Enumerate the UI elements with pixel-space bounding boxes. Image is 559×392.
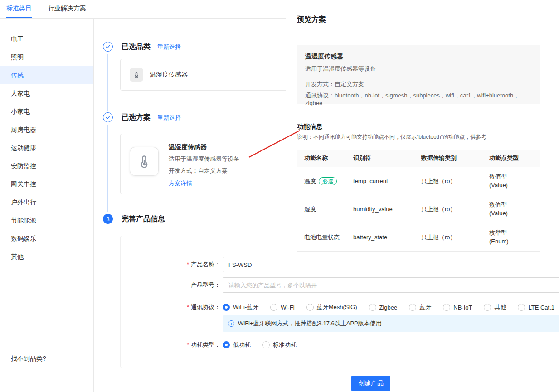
radio-label: 标准功耗 bbox=[273, 341, 297, 349]
radio-bluetooth[interactable]: 蓝牙 bbox=[409, 303, 431, 311]
sidebar-cant-find-category-link[interactable]: 找不到品类? bbox=[0, 349, 93, 368]
feature-type-en: (Value) bbox=[489, 181, 540, 189]
required-badge: 必选 bbox=[319, 177, 337, 185]
radio-wifi[interactable]: Wi-Fi bbox=[270, 304, 294, 311]
feature-id: humidity_value bbox=[346, 195, 414, 223]
step1-reselect-link[interactable]: 重新选择 bbox=[157, 44, 181, 51]
summary-protocols: 通讯协议：bluetooth，nb-iot，sigmesh，subpieces，… bbox=[305, 92, 531, 106]
radio-standard-power[interactable]: 标准功耗 bbox=[262, 341, 297, 349]
thermometer-icon bbox=[130, 147, 159, 176]
radio-dot-icon bbox=[306, 304, 314, 311]
summary-dev-mode: 开发方式：自定义方案 bbox=[305, 80, 531, 88]
radio-label: Wi-Fi bbox=[281, 304, 294, 311]
sidebar-item-outdoor-travel[interactable]: 户外出行 bbox=[0, 193, 93, 211]
step1-check-icon bbox=[103, 42, 113, 52]
radio-dot-icon bbox=[409, 304, 416, 311]
step-connector bbox=[107, 125, 108, 212]
radio-dot-icon bbox=[518, 304, 525, 311]
protocol-hint-text: WiFi+蓝牙联网方式，推荐搭配3.17.6以上APP版本使用 bbox=[238, 319, 382, 328]
feature-id: battery_state bbox=[346, 223, 414, 251]
radio-lte-cat1[interactable]: LTE Cat.1 bbox=[518, 304, 554, 311]
feature-name: 温度 bbox=[304, 178, 316, 184]
feature-type: 数值型 bbox=[489, 172, 540, 181]
col-transfer-type: 数据传输类别 bbox=[414, 150, 482, 167]
sidebar-item-sports-health[interactable]: 运动健康 bbox=[0, 139, 93, 157]
product-model-label: 产品型号： bbox=[121, 277, 220, 293]
radio-dot-icon bbox=[223, 304, 230, 311]
sidebar-item-security-monitoring[interactable]: 安防监控 bbox=[0, 157, 93, 175]
thermometer-icon bbox=[130, 68, 143, 82]
sidebar-item-kitchen-appliance[interactable]: 厨房电器 bbox=[0, 121, 93, 139]
radio-label: NB-IoT bbox=[453, 304, 472, 311]
table-row: 温度必选 temp_current 只上报（ro） 数值型(Value) bbox=[297, 167, 540, 195]
radio-label: LTE Cat.1 bbox=[528, 304, 554, 311]
scheme-name: 温湿度传感器 bbox=[169, 143, 239, 151]
protocol-hint-banner: WiFi+蓝牙联网方式，推荐搭配3.17.6以上APP版本使用 bbox=[223, 315, 559, 332]
radio-low-power[interactable]: 低功耗 bbox=[223, 341, 251, 349]
table-row: 电池电量状态 battery_state 只上报（ro） 枚举型(Enum) bbox=[297, 223, 540, 251]
preview-title: 预览方案 bbox=[297, 15, 326, 24]
product-name-label: 产品名称： bbox=[121, 256, 220, 273]
power-radio-group: 低功耗 标准功耗 bbox=[223, 337, 297, 353]
scheme-dev-mode: 开发方式：自定义方案 bbox=[169, 167, 239, 175]
radio-wifi-ble[interactable]: WiFi-蓝牙 bbox=[223, 303, 258, 311]
radio-dot-icon bbox=[369, 304, 376, 311]
product-model-input[interactable] bbox=[223, 277, 559, 293]
preview-divider bbox=[297, 34, 549, 34]
sidebar-item-digital-entertainment[interactable]: 数码娱乐 bbox=[0, 229, 93, 247]
create-product-button[interactable]: 创建产品 bbox=[351, 376, 390, 391]
protocol-label: 通讯协议： bbox=[121, 299, 220, 315]
product-info-form: 产品名称： 产品型号： 通讯协议： WiFi-蓝牙 Wi-Fi 蓝牙Mesh(S… bbox=[120, 236, 559, 368]
feature-name: 电池电量状态 bbox=[304, 234, 340, 241]
radio-dot-icon bbox=[484, 304, 491, 311]
selected-category-name: 温湿度传感器 bbox=[150, 71, 188, 79]
feature-type: 数值型 bbox=[489, 200, 540, 209]
scheme-details-link[interactable]: 方案详情 bbox=[169, 179, 192, 188]
scheme-summary-box: 温湿度传感器 适用于温湿度传感器等设备 开发方式：自定义方案 通讯协议：blue… bbox=[297, 45, 540, 104]
radio-nb-iot[interactable]: NB-IoT bbox=[443, 304, 472, 311]
feature-name: 湿度 bbox=[304, 206, 316, 213]
sidebar-item-others[interactable]: 其他 bbox=[0, 247, 93, 266]
sidebar-item-small-appliance[interactable]: 小家电 bbox=[0, 102, 93, 121]
scheme-card-text: 温湿度传感器 适用于温湿度传感器等设备 开发方式：自定义方案 方案详情 bbox=[169, 143, 239, 184]
product-name-input[interactable] bbox=[223, 257, 559, 272]
sidebar-item-lighting[interactable]: 照明 bbox=[0, 48, 93, 66]
step1-title: 已选品类 bbox=[122, 42, 151, 52]
sidebar-item-sensor[interactable]: 传感 bbox=[0, 66, 93, 84]
radio-other[interactable]: 其他 bbox=[484, 303, 506, 311]
sidebar-item-energy-saving[interactable]: 节能能源 bbox=[0, 211, 93, 229]
scheme-desc: 适用于温湿度传感器等设备 bbox=[169, 155, 239, 163]
sidebar-item-gateway-control[interactable]: 网关中控 bbox=[0, 175, 93, 193]
category-sidebar: 电工 照明 传感 大家电 小家电 厨房电器 运动健康 安防监控 网关中控 户外出… bbox=[0, 19, 94, 392]
tab-industry-solutions[interactable]: 行业解决方案 bbox=[48, 0, 86, 18]
summary-name: 温湿度传感器 bbox=[305, 53, 531, 61]
step2-title: 已选方案 bbox=[122, 112, 151, 122]
step2-reselect-link[interactable]: 重新选择 bbox=[157, 114, 181, 121]
radio-dot-icon bbox=[262, 341, 270, 348]
step2-check-icon bbox=[103, 112, 113, 122]
radio-label: Zigbee bbox=[379, 304, 398, 311]
step3-title: 完善产品信息 bbox=[122, 214, 165, 224]
feature-transfer: 只上报（ro） bbox=[414, 167, 482, 195]
features-note: 说明：不同通讯能力可能支持功能点不同，仅展示"bluetooth"的功能点，供参… bbox=[297, 133, 486, 141]
summary-desc: 适用于温湿度传感器等设备 bbox=[305, 65, 531, 73]
radio-dot-icon bbox=[223, 341, 230, 348]
feature-type-en: (Enum) bbox=[489, 237, 540, 246]
protocol-radio-group: WiFi-蓝牙 Wi-Fi 蓝牙Mesh(SIG) Zigbee 蓝牙 NB-I… bbox=[223, 299, 554, 315]
radio-dot-icon bbox=[443, 304, 450, 311]
features-table-header-row: 功能名称 识别符 数据传输类别 功能点类型 bbox=[297, 150, 540, 167]
feature-id: temp_current bbox=[346, 167, 414, 195]
col-identifier: 识别符 bbox=[346, 150, 414, 167]
power-type-label: 功耗类型： bbox=[121, 337, 220, 353]
col-dp-type: 功能点类型 bbox=[482, 150, 540, 167]
radio-label: 蓝牙 bbox=[419, 303, 431, 311]
sidebar-item-electrical[interactable]: 电工 bbox=[0, 30, 93, 48]
step-connector bbox=[107, 54, 108, 111]
sidebar-item-large-appliance[interactable]: 大家电 bbox=[0, 84, 93, 102]
radio-zigbee[interactable]: Zigbee bbox=[369, 304, 398, 311]
tab-standard-category[interactable]: 标准类目 bbox=[6, 0, 32, 18]
step3-number-badge: 3 bbox=[103, 214, 113, 224]
radio-label: 蓝牙Mesh(SIG) bbox=[317, 303, 357, 311]
radio-label: WiFi-蓝牙 bbox=[233, 303, 258, 311]
radio-ble-mesh-sig[interactable]: 蓝牙Mesh(SIG) bbox=[306, 303, 357, 311]
